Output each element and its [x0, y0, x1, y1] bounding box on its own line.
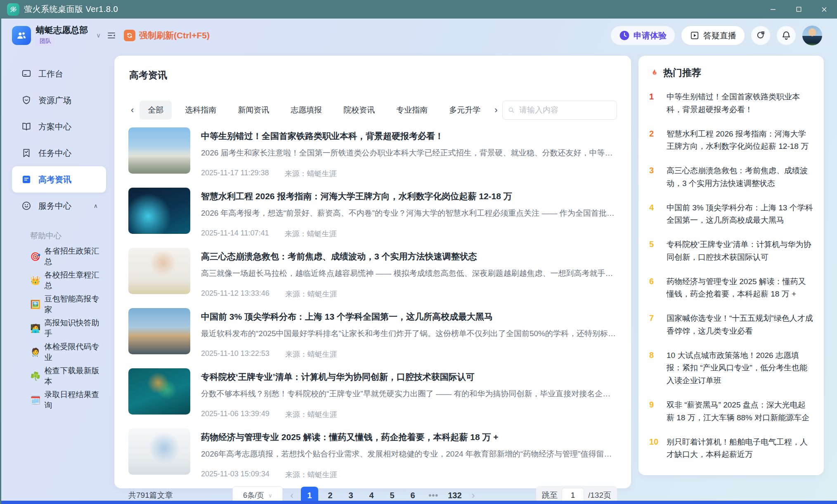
book-icon — [21, 121, 32, 132]
article-source: 来源：蜻蜓生涯 — [285, 470, 337, 480]
article-date: 2025-11-06 13:39:49 — [201, 410, 270, 419]
sidebar-collapse-icon[interactable] — [106, 31, 116, 40]
category-tab[interactable]: 选科指南 — [177, 101, 225, 120]
news-panel: 高考资讯 ‹ 全部 选科指南 新闻资讯 — [114, 56, 631, 488]
minimize-button[interactable] — [760, 0, 786, 19]
search-input[interactable] — [518, 105, 612, 115]
record-icon[interactable] — [751, 26, 770, 45]
search-icon — [508, 106, 515, 114]
help-item-emoji-icon: ☘️ — [30, 371, 41, 381]
rank-number: 7 — [649, 312, 661, 338]
apply-trial-button[interactable]: 申请体验 — [611, 26, 675, 45]
play-icon — [690, 31, 700, 40]
hot-recommend-item[interactable]: 5 专科院校‘王牌专业’清单：计算机与华为协同创新，口腔技术获国际认可 — [649, 238, 813, 264]
article-source: 来源：蜻蜓生涯 — [284, 229, 336, 239]
select-chevron-icon: ∨ — [268, 492, 272, 499]
rank-number: 2 — [649, 128, 661, 153]
notification-bell-icon[interactable] — [777, 26, 796, 45]
hot-recommend-item[interactable]: 2 智慧水利工程 2026 报考指南：河海大学王牌方向，水利数字化岗位起薪 12… — [649, 128, 813, 153]
article-title: 智慧水利工程 2026 报考指南：河海大学王牌方向，水利数字化岗位起薪 12-1… — [201, 191, 617, 202]
prev-page-icon[interactable]: ‹ — [288, 490, 295, 500]
article-date: 2025-11-03 15:09:34 — [201, 470, 270, 480]
hot-item-text: 10 大试点城市政策落地！2026 志愿填报：紧扣 “产业风口专业”，低分考生也… — [667, 349, 813, 387]
tabs-scroll-left-icon[interactable]: ‹ — [128, 106, 136, 115]
help-center-section: 帮助中心 — [30, 231, 106, 241]
sidebar-help-item[interactable]: ☘️ 检查下载最新版本 — [30, 364, 106, 388]
hot-item-text: 智慧水利工程 2026 报考指南：河海大学王牌方向，水利数字化岗位起薪 12-1… — [667, 128, 813, 153]
article-row[interactable]: 药物经济与管理专业 2025 解读：懂药又懂钱，药企抢着要，本科起薪 18 万 … — [128, 424, 617, 484]
user-avatar[interactable] — [802, 26, 822, 45]
sidebar-help-item[interactable]: 🧑‍💻 高报知识快答助手 — [30, 316, 106, 340]
hot-recommend-item[interactable]: 1 中等生别错过！全国首家铁路类职业本科，背景超硬报考必看！ — [649, 91, 813, 116]
sidebar-item[interactable]: 资源广场 — [12, 87, 106, 113]
sidebar-help-item[interactable]: 🗓️ 录取日程结果查询 — [30, 388, 106, 412]
article-source: 来源：蜻蜓生涯 — [284, 169, 336, 179]
article-row[interactable]: 中等生别错过！全国首家铁路类职业本科，背景超硬报考必看！ 2026 届考生和家长… — [128, 123, 617, 183]
article-meta: 2025-11-03 15:09:34 来源：蜻蜓生涯 — [201, 470, 617, 480]
hot-recommend-item[interactable]: 3 高三心态崩溃急救包：考前焦虑、成绩波动，3 个实用方法快速调整状态 — [649, 165, 813, 190]
article-body: 智慧水利工程 2026 报考指南：河海大学王牌方向，水利数字化岗位起薪 12-1… — [201, 188, 617, 239]
sidebar-help-item[interactable]: 🧑‍⚕️ 体检受限代码专业 — [30, 340, 106, 364]
sidebar-item[interactable]: 任务中心 — [12, 140, 106, 166]
article-row[interactable]: 专科院校‘王牌专业’清单：计算机与华为协同创新，口腔技术获国际认可 分数不够本科… — [128, 364, 617, 424]
help-item-emoji-icon: 🧑‍⚕️ — [30, 347, 41, 357]
sidebar-help-item[interactable]: 🎯 各省招生政策汇总 — [30, 245, 106, 268]
tabs-scroll-right-icon[interactable]: › — [492, 106, 500, 115]
article-title: 药物经济与管理专业 2025 解读：懂药又懂钱，药企抢着要，本科起薪 18 万 … — [201, 431, 617, 443]
chevron-up-icon[interactable]: ∧ — [94, 203, 98, 209]
hot-recommend-item[interactable]: 8 10 大试点城市政策落地！2026 志愿填报：紧扣 “产业风口专业”，低分考… — [649, 349, 813, 387]
article-summary: 高三就像一场超长马拉松，越临近终点越容易慌神 —— 模拟考成绩忽高忽低、深夜刷题… — [201, 268, 617, 279]
hot-recommend-item[interactable]: 4 中国前 3% 顶尖学科分布：上海 13 个学科全国第一，这几所高校成最大黑马 — [649, 202, 813, 227]
hot-recommend-item[interactable]: 7 国家喊你选专业！“十五五规划”绿色人才成香饽饽，这几类专业必看 — [649, 312, 813, 338]
help-item-emoji-icon: 🗓️ — [30, 395, 41, 405]
force-refresh-button[interactable]: 强制刷新(Ctrl+F5) — [124, 30, 210, 41]
category-tab[interactable]: 院校资讯 — [335, 101, 383, 120]
maximize-button[interactable] — [786, 0, 811, 19]
monitor-icon — [21, 68, 32, 79]
hot-recommend-item[interactable]: 9 双非 “薪资黑马” 2025 盘点：深大光电起薪 18 万，江大车辆 88%… — [649, 399, 813, 424]
article-row[interactable]: 高三心态崩溃急救包：考前焦虑、成绩波动，3 个实用方法快速调整状态 高三就像一场… — [128, 243, 617, 304]
next-page-icon[interactable]: › — [470, 490, 477, 500]
category-tab[interactable]: 新闻资讯 — [229, 101, 277, 120]
sidebar-item[interactable]: 工作台 — [12, 61, 106, 87]
sidebar-help-item[interactable]: 👑 各校招生章程汇总 — [30, 268, 106, 292]
sidebar-item[interactable]: 服务中心 ∧ — [12, 193, 106, 219]
header-actions: 申请体验 答疑直播 — [611, 26, 822, 45]
sidebar-item[interactable]: 方案中心 — [12, 113, 106, 140]
article-row[interactable]: 智慧水利工程 2026 报考指南：河海大学王牌方向，水利数字化岗位起薪 12-1… — [128, 183, 617, 243]
hot-recommend-list: 1 中等生别错过！全国首家铁路类职业本科，背景超硬报考必看！ 2 智慧水利工程 … — [649, 91, 813, 461]
qa-live-button[interactable]: 答疑直播 — [681, 26, 745, 45]
category-tab[interactable]: 志愿填报 — [282, 101, 330, 120]
article-thumbnail — [128, 368, 190, 415]
sidebar-item[interactable]: 高考资讯 — [12, 166, 106, 193]
category-tabs-row: ‹ 全部 选科指南 新闻资讯 志愿填报 — [128, 101, 617, 120]
total-pages-label: /132页 — [588, 490, 611, 501]
close-button[interactable] — [811, 0, 837, 19]
article-date: 2025-11-10 13:22:53 — [201, 349, 270, 359]
chevron-down-icon[interactable]: ∨ — [96, 32, 101, 39]
refresh-icon — [124, 30, 135, 41]
sidebar-help-item[interactable]: 🖼️ 豆包智能高报专家 — [30, 292, 106, 316]
sidebar-help-list: 🎯 各省招生政策汇总 👑 各校招生章程汇总 🖼️ 豆包智能高报专家 🧑‍💻 高报… — [12, 245, 106, 412]
article-date: 2025-11-14 11:07:41 — [201, 229, 269, 239]
org-name: 蜻蜓志愿总部 — [36, 25, 88, 35]
article-body: 药物经济与管理专业 2025 解读：懂药又懂钱，药企抢着要，本科起薪 18 万 … — [201, 429, 617, 480]
search-box — [502, 101, 617, 120]
article-summary: 2026年高考志愿填报，若想找个贴合行业需求、发展相对稳健的专业，2024 年教… — [201, 449, 617, 459]
window-title: 萤火系统桌面版 Ver1.8.0 — [24, 4, 118, 15]
page-title: 高考资讯 — [129, 69, 617, 82]
category-tab[interactable]: 多元升学 — [441, 101, 489, 120]
sidebar-item-label: 工作台 — [38, 68, 63, 80]
sidebar-item-label: 资源广场 — [38, 95, 71, 106]
org-badge: 团队 — [36, 37, 55, 46]
category-tabs: 全部 选科指南 新闻资讯 志愿填报 院校资讯 — [140, 101, 489, 120]
article-row[interactable]: 中国前 3% 顶尖学科分布：上海 13 个学科全国第一，这几所高校成最大黑马 最… — [128, 304, 617, 364]
hot-recommend-item[interactable]: 10 别只盯着计算机！船舶电子电气工程，人才缺口大，本科起薪近万 — [649, 436, 813, 462]
article-body: 中等生别错过！全国首家铁路类职业本科，背景超硬报考必看！ 2026 届考生和家长… — [201, 127, 617, 179]
category-tab[interactable]: 全部 — [140, 101, 172, 120]
team-icon[interactable] — [12, 26, 31, 45]
force-refresh-label: 强制刷新(Ctrl+F5) — [139, 30, 210, 41]
category-tab[interactable]: 专业指南 — [388, 101, 436, 120]
hot-recommend-item[interactable]: 6 药物经济与管理专业 2025 解读：懂药又懂钱，药企抢着要，本科起薪 18 … — [649, 276, 813, 301]
article-summary: 2026 届考生和家长注意啦！全国第一所铁道类公办职业本科大学已经正式招生，背景… — [201, 148, 617, 158]
